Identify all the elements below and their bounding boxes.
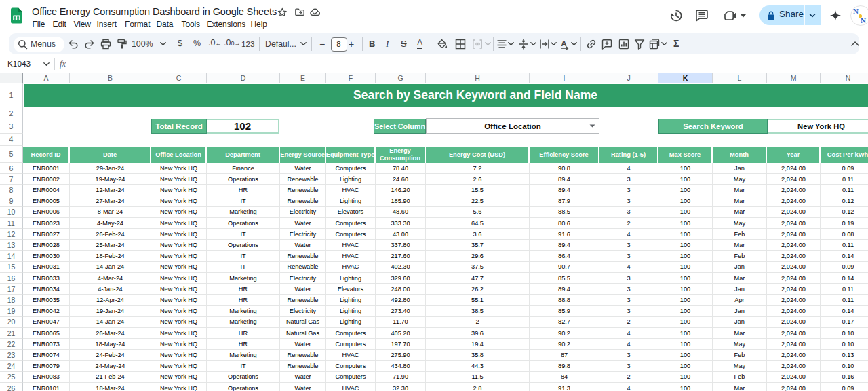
svg-text:N: N (853, 7, 859, 15)
svg-text:N: N (861, 16, 866, 24)
svg-text:A: A (561, 39, 566, 48)
